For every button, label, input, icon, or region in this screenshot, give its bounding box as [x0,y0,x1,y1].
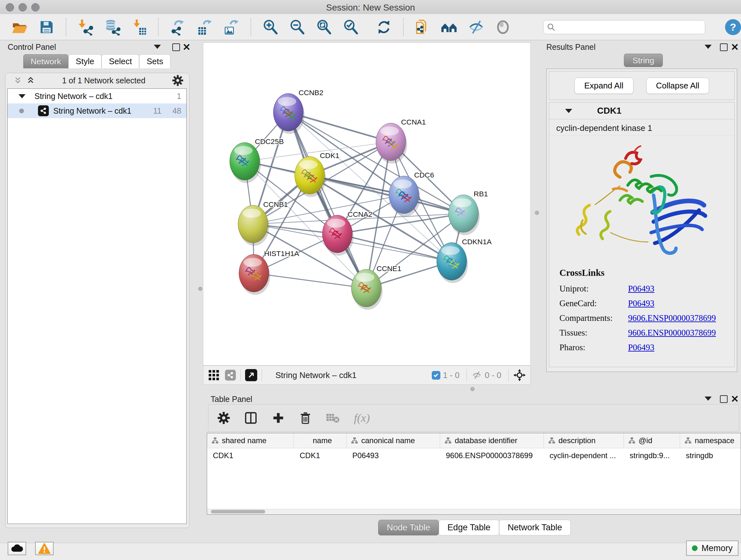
table-options-gear-button[interactable] [217,412,230,424]
table-panel-float-button[interactable] [720,395,728,403]
tissues-link[interactable]: 9606.ENSP00000378699 [628,328,716,338]
network-collection-row[interactable]: String Network – cdk1 1 [8,89,186,104]
network-node-CDKN1A[interactable]: CDKN1A [437,238,492,283]
expander-icon[interactable] [565,109,572,113]
birdseye-navigator-button[interactable] [513,369,526,381]
hide-unhide-button[interactable] [467,18,485,37]
results-panel-close-button[interactable]: ✕ [731,44,739,51]
tab-style[interactable]: Style [68,54,102,68]
uniprot-link[interactable]: P06493 [628,284,655,294]
tab-node-table[interactable]: Node Table [378,520,439,536]
collapse-all-networks-button[interactable] [13,76,23,85]
node-label-HIST1H1A: HIST1H1A [264,249,299,258]
detach-view-button[interactable] [245,369,257,381]
import-network-from-database-button[interactable] [104,18,121,37]
scrollbar-thumb[interactable] [211,510,265,513]
column-header-database-identifier[interactable]: database identifier [440,433,544,448]
show-eye-button[interactable] [494,18,512,37]
results-panel-float-button[interactable] [720,44,728,51]
tab-select[interactable]: Select [102,54,139,68]
table-panel-menu-button[interactable] [704,396,712,401]
tab-edge-table[interactable]: Edge Table [439,520,499,536]
network-panel-box: 1 of 1 Network selected String Network –… [5,73,190,528]
control-panel-menu-button[interactable] [154,45,161,49]
cell-name[interactable]: CDK1 [294,448,347,463]
network-row[interactable]: String Network – cdk1 11 48 [8,104,186,118]
cloud-status-button[interactable] [8,542,26,555]
share-document-button[interactable] [414,18,432,37]
network-node-CDC6[interactable]: CDC6 [389,171,434,216]
network-canvas[interactable]: CCNB2CCNA1CDC25BCDK1CDC6RB1CCNB1CCNA2CDK… [203,43,531,366]
column-header-canonical-name[interactable]: canonical name [347,433,440,448]
gene-section-header[interactable]: CDK1 [549,103,734,119]
tab-string[interactable]: String [624,54,663,67]
memory-button[interactable]: Memory [686,541,738,556]
cell-description[interactable]: cyclin-dependent ... [544,448,624,463]
network-node-HIST1H1A[interactable]: HIST1H1A [239,249,299,295]
cell-id[interactable]: stringdb:9... [624,448,680,463]
warnings-button[interactable] [35,542,54,555]
function-builder-button[interactable]: f(x) [354,411,370,425]
add-column-button[interactable] [272,411,285,425]
tab-network[interactable]: Network [23,54,68,68]
open-session-button[interactable] [11,18,29,37]
refresh-button[interactable] [375,18,393,37]
pharos-link[interactable]: P06493 [628,343,655,353]
network-style-button[interactable] [225,370,236,381]
column-header-shared-name[interactable]: shared name [207,433,294,448]
tab-sets[interactable]: Sets [139,54,171,68]
zoom-fit-button[interactable] [315,18,333,37]
results-panel-menu-button[interactable] [704,45,712,49]
genecard-link[interactable]: P06493 [628,299,655,308]
selected-checkbox-icon[interactable] [432,371,441,380]
caret-down-icon [154,45,161,49]
delete-table-button[interactable] [326,413,340,423]
save-session-button[interactable] [38,18,56,37]
column-header-namespace[interactable]: namespace [680,433,741,448]
network-node-CCNA1[interactable]: CCNA1 [376,118,426,164]
column-header-description[interactable]: description [544,433,624,448]
search-input[interactable] [543,20,705,34]
network-node-CCNB2[interactable]: CCNB2 [273,88,324,134]
zoom-selected-button[interactable] [342,18,360,37]
export-table-button[interactable] [196,18,213,37]
splitter-handle[interactable] [198,287,202,291]
column-header-id[interactable]: @id [624,433,680,448]
node-label-CCNA1: CCNA1 [401,118,426,126]
network-label: String Network – cdk1 [53,106,131,116]
splitter-handle[interactable] [470,387,475,391]
import-network-button[interactable] [77,18,94,37]
column-header-name[interactable]: name [294,433,347,448]
network-node-CDC25B[interactable]: CDC25B [230,137,284,183]
export-network-button[interactable] [169,18,187,37]
tab-network-table[interactable]: Network Table [499,520,571,536]
splitter-handle[interactable] [535,211,539,215]
control-panel-float-button[interactable] [172,44,180,51]
attribute-type-icon [548,437,555,444]
export-image-button[interactable] [222,18,240,37]
cell-namespace[interactable]: stringdb [680,448,741,463]
table-panel-close-button[interactable]: ✕ [731,396,739,402]
zoom-out-button[interactable] [288,18,306,37]
grid-view-button[interactable] [208,370,219,381]
compartments-link[interactable]: 9606.ENSP00000378699 [628,313,716,323]
collapse-all-button[interactable]: Collapse All [646,78,710,94]
horizontal-scrollbar[interactable] [207,509,741,514]
expand-all-button[interactable]: Expand All [575,78,633,94]
help-button[interactable]: ? [725,19,741,35]
network-node-RB1[interactable]: RB1 [448,190,488,235]
import-table-button[interactable] [130,18,148,37]
cell-database-identifier[interactable]: 9606.ENSP00000378699 [440,448,544,463]
delete-column-button[interactable] [299,411,312,425]
zoom-in-button[interactable] [261,18,279,37]
expand-all-networks-button[interactable] [26,76,36,85]
show-columns-button[interactable] [244,411,258,425]
table-row[interactable]: CDK1 CDK1 P06493 9606.ENSP00000378699 cy… [207,448,741,463]
open-folder-icon [11,19,28,35]
cell-canonical-name[interactable]: P06493 [347,448,440,463]
network-options-gear-button[interactable] [172,75,184,86]
home-networks-button[interactable] [441,18,458,37]
control-panel-close-button[interactable]: ✕ [183,44,191,51]
expander-icon[interactable] [18,94,25,98]
cell-shared-name[interactable]: CDK1 [207,448,294,463]
